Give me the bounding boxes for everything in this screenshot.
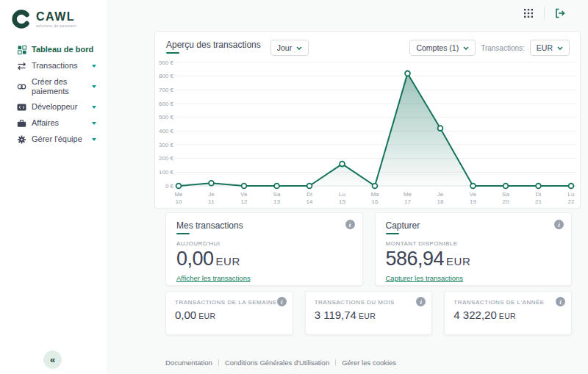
svg-text:800 €: 800 € [159,73,174,79]
chevron-down-icon [92,65,96,68]
info-icon[interactable]: i [556,297,565,306]
topbar-divider [544,7,545,20]
svg-text:400 €: 400 € [159,128,174,134]
svg-text:22: 22 [568,198,575,205]
sidebar-item-developpeur[interactable]: Développeur [0,99,107,115]
svg-text:Ve: Ve [240,191,248,198]
svg-text:Me: Me [174,191,183,198]
chevron-down-icon [92,85,96,88]
amount-currency: EUR [359,312,376,320]
cawl-logo-icon [10,8,32,30]
sidebar-item-affaires[interactable]: Affaires [0,115,107,131]
svg-text:Di: Di [306,191,312,198]
week-transactions-card: TRANSACTIONS DE LA SEMAINE 0,00 EUR i [165,291,293,335]
gear-icon [17,134,26,144]
amount-value: 3 119,74 [315,309,356,321]
main-area: Aperçu des transactions Jour Comptes (1)… [107,0,588,374]
link-icon [17,82,26,91]
brand-name: CAWL [36,11,76,23]
svg-text:10: 10 [176,198,182,205]
collapse-chevrons-icon: « [50,354,55,365]
chevron-down-icon [92,138,96,141]
svg-text:Sa: Sa [273,191,281,198]
capture-transactions-link[interactable]: Capturer les transactions [386,274,464,282]
sidebar-item-label: Tableau de bord [32,45,96,54]
footer-link-documentation[interactable]: Documentation [165,359,212,367]
svg-text:Lu: Lu [568,191,575,198]
footer-divider [335,359,336,366]
svg-text:12: 12 [241,198,248,205]
title-accent [166,52,179,54]
year-transactions-card: TRANSACTIONS DE L'ANNÉE 4 322,20 EUR i [444,291,572,335]
sidebar-item-creer-des-paiements[interactable]: Créer des paiements [0,74,107,98]
chart-header: Aperçu des transactions Jour Comptes (1)… [155,32,580,56]
footer-divider [218,359,219,366]
svg-text:Sa: Sa [502,191,509,198]
stat-cards-row: TRANSACTIONS DE LA SEMAINE 0,00 EUR i TR… [165,291,572,335]
sidebar-nav: Tableau de bord Transactions Créer des p… [0,42,107,147]
svg-text:11: 11 [208,198,215,205]
sidebar-item-tableau-de-bord[interactable]: Tableau de bord [0,42,107,57]
kpi-label: TRANSACTIONS DE LA SEMAINE [175,299,284,306]
apps-grid-icon[interactable] [521,6,536,21]
kpi-label: TRANSACTIONS DE L'ANNÉE [453,299,562,306]
sidebar-collapse-button[interactable]: « [43,350,62,369]
kpi-label: TRANSACTIONS DU MOIS [315,299,423,306]
currency-select[interactable]: EUR [530,40,570,56]
period-select[interactable]: Jour [270,40,309,56]
svg-text:Ve: Ve [470,191,477,198]
code-icon [17,102,26,112]
svg-text:0 €: 0 € [165,183,174,190]
sidebar-item-gerer-equipe[interactable]: Gérer l'équipe [0,132,107,147]
month-transactions-card: TRANSACTIONS DU MOIS 3 119,74 EUR i [305,291,433,335]
amount-value: 586,94 [386,248,445,270]
svg-text:Me: Me [404,191,412,198]
accounts-select[interactable]: Comptes (1) [409,40,476,56]
svg-text:300 €: 300 € [159,142,174,148]
svg-text:200 €: 200 € [159,155,174,162]
sidebar: CAWL solutions de paiement Tableau de bo… [0,0,107,374]
footer-link-cookies[interactable]: Gérer les cookies [342,359,396,367]
kpi-label: AUJOURD'HUI [176,240,352,247]
capture-card: Capturer MONTANT DISPONIBLE 586,94 EUR C… [375,212,573,286]
svg-text:15: 15 [339,198,345,205]
info-icon[interactable]: i [554,220,564,229]
transactions-overview-card: Aperçu des transactions Jour Comptes (1)… [154,31,581,209]
svg-text:16: 16 [372,198,379,205]
summary-cards-row: Mes transactions AUJOURD'HUI 0,00 EUR Af… [165,212,572,286]
accounts-select-value: Comptes (1) [416,43,459,52]
dashboard-page: CAWL solutions de paiement Tableau de bo… [0,0,588,374]
svg-text:21: 21 [535,198,542,205]
amount-currency: EUR [499,312,516,320]
info-icon[interactable]: i [416,297,426,306]
sidebar-item-label: Développeur [32,102,87,112]
footer-link-cgu[interactable]: Conditions Générales d'Utilisation [225,359,329,367]
amount-value: 0,00 [176,248,214,270]
chevron-down-icon [557,46,563,50]
amount-value: 4 322,20 [453,309,496,321]
chevron-down-icon [463,46,469,50]
sidebar-item-transactions[interactable]: Transactions [0,58,107,73]
brand-logo[interactable]: CAWL solutions de paiement [0,0,107,30]
dashboard-icon [17,45,26,54]
card-title: Capturer [386,220,562,231]
svg-text:14: 14 [306,198,313,205]
sidebar-item-label: Transactions [32,61,87,71]
svg-text:100 €: 100 € [159,169,174,176]
svg-text:Je: Je [437,191,444,198]
svg-text:700 €: 700 € [159,87,174,93]
my-transactions-card: Mes transactions AUJOURD'HUI 0,00 EUR Af… [165,212,363,286]
title-accent [176,233,190,234]
chevron-down-icon [92,122,96,125]
info-icon[interactable]: i [345,220,355,229]
sidebar-item-label: Affaires [32,118,87,128]
svg-text:20: 20 [503,198,509,205]
amount-currency: EUR [216,255,240,267]
briefcase-icon [17,118,26,128]
show-transactions-link[interactable]: Afficher les transactions [176,274,251,282]
currency-select-value: EUR [537,43,553,52]
logout-icon[interactable] [553,6,567,21]
info-icon[interactable]: i [277,297,287,306]
svg-text:13: 13 [273,198,280,205]
card-title: Mes transactions [176,220,352,231]
